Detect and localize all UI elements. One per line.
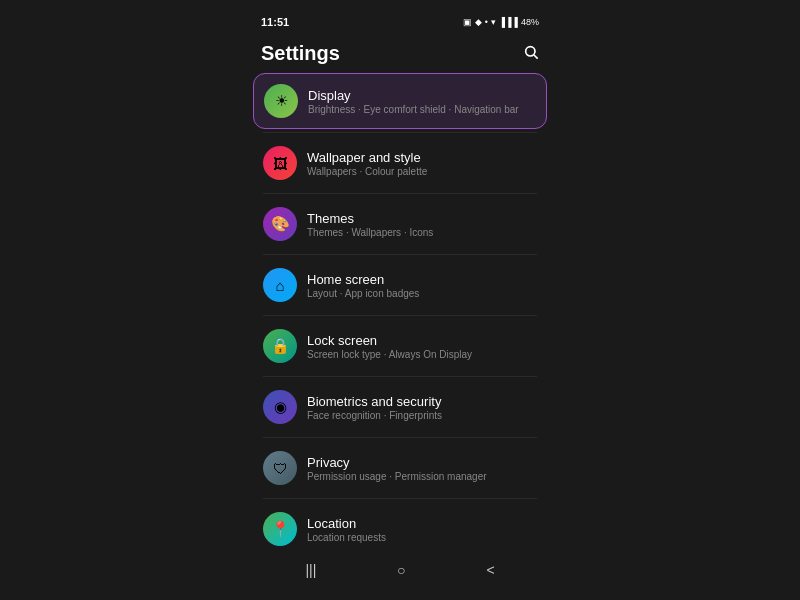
themes-subtitle: Themes · Wallpapers · Icons — [307, 227, 537, 238]
wallpaper-title: Wallpaper and style — [307, 150, 537, 165]
display-subtitle: Brightness · Eye comfort shield · Naviga… — [308, 104, 536, 115]
lockscreen-subtitle: Screen lock type · Always On Display — [307, 349, 537, 360]
divider-2 — [263, 254, 537, 255]
status-bar: 11:51 ▣ ◆ • ▾ ▐▐▐ 48% — [245, 10, 555, 32]
themes-title: Themes — [307, 211, 537, 226]
phone-frame: 11:51 ▣ ◆ • ▾ ▐▐▐ 48% Settings ☀ — [245, 10, 555, 590]
privacy-title: Privacy — [307, 455, 537, 470]
status-time: 11:51 — [261, 16, 289, 28]
settings-item-biometrics[interactable]: ◉ Biometrics and security Face recogniti… — [253, 380, 547, 434]
themes-icon: 🎨 — [263, 207, 297, 241]
display-text: Display Brightness · Eye comfort shield … — [308, 88, 536, 115]
divider-0 — [263, 132, 537, 133]
lockscreen-text: Lock screen Screen lock type · Always On… — [307, 333, 537, 360]
dot-icon: • — [485, 17, 488, 27]
divider-5 — [263, 437, 537, 438]
display-icon: ☀ — [264, 84, 298, 118]
battery-icon: 48% — [521, 17, 539, 27]
back-button[interactable]: < — [476, 558, 504, 582]
privacy-icon: 🛡 — [263, 451, 297, 485]
divider-4 — [263, 376, 537, 377]
settings-item-wallpaper[interactable]: 🖼 Wallpaper and style Wallpapers · Colou… — [253, 136, 547, 190]
nav-bar: ||| ○ < — [245, 550, 555, 590]
settings-container: Settings ☀ Display Brightness · Eye comf… — [245, 32, 555, 550]
lockscreen-icon: 🔒 — [263, 329, 297, 363]
privacy-subtitle: Permission usage · Permission manager — [307, 471, 537, 482]
divider-6 — [263, 498, 537, 499]
settings-item-lockscreen[interactable]: 🔒 Lock screen Screen lock type · Always … — [253, 319, 547, 373]
svg-line-1 — [534, 55, 538, 59]
wallpaper-text: Wallpaper and style Wallpapers · Colour … — [307, 150, 537, 177]
homescreen-icon: ⌂ — [263, 268, 297, 302]
settings-item-display[interactable]: ☀ Display Brightness · Eye comfort shiel… — [253, 73, 547, 129]
divider-3 — [263, 315, 537, 316]
settings-item-homescreen[interactable]: ⌂ Home screen Layout · App icon badges — [253, 258, 547, 312]
homescreen-subtitle: Layout · App icon badges — [307, 288, 537, 299]
recent-apps-button[interactable]: ||| — [295, 558, 326, 582]
alarm-icon: ◆ — [475, 17, 482, 27]
biometrics-subtitle: Face recognition · Fingerprints — [307, 410, 537, 421]
wallpaper-icon: 🖼 — [263, 146, 297, 180]
notification-icon: ▣ — [463, 17, 472, 27]
signal-icon: ▐▐▐ — [499, 17, 518, 27]
biometrics-icon: ◉ — [263, 390, 297, 424]
privacy-text: Privacy Permission usage · Permission ma… — [307, 455, 537, 482]
status-icons: ▣ ◆ • ▾ ▐▐▐ 48% — [463, 17, 539, 27]
biometrics-text: Biometrics and security Face recognition… — [307, 394, 537, 421]
page-title: Settings — [261, 42, 340, 65]
homescreen-text: Home screen Layout · App icon badges — [307, 272, 537, 299]
settings-item-themes[interactable]: 🎨 Themes Themes · Wallpapers · Icons — [253, 197, 547, 251]
homescreen-title: Home screen — [307, 272, 537, 287]
lockscreen-title: Lock screen — [307, 333, 537, 348]
display-title: Display — [308, 88, 536, 103]
settings-item-location[interactable]: 📍 Location Location requests — [253, 502, 547, 550]
location-title: Location — [307, 516, 537, 531]
svg-point-0 — [526, 46, 535, 55]
location-icon: 📍 — [263, 512, 297, 546]
themes-text: Themes Themes · Wallpapers · Icons — [307, 211, 537, 238]
settings-header: Settings — [245, 32, 555, 73]
biometrics-title: Biometrics and security — [307, 394, 537, 409]
divider-1 — [263, 193, 537, 194]
wallpaper-subtitle: Wallpapers · Colour palette — [307, 166, 537, 177]
home-button[interactable]: ○ — [387, 558, 415, 582]
location-text: Location Location requests — [307, 516, 537, 543]
wifi-icon: ▾ — [491, 17, 496, 27]
settings-list: ☀ Display Brightness · Eye comfort shiel… — [245, 73, 555, 550]
location-subtitle: Location requests — [307, 532, 537, 543]
search-button[interactable] — [523, 44, 539, 64]
settings-item-privacy[interactable]: 🛡 Privacy Permission usage · Permission … — [253, 441, 547, 495]
